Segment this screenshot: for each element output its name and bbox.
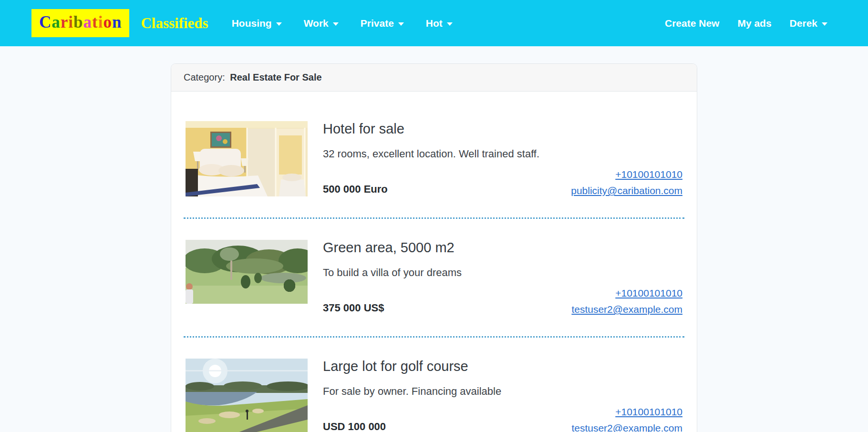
menu-work[interactable]: Work — [293, 14, 350, 33]
golf-course-photo — [186, 359, 308, 432]
chevron-down-icon — [333, 22, 339, 26]
email-link[interactable]: publicity@caribation.com — [571, 185, 682, 196]
listing-description: For sale by owner. Financing available — [323, 385, 682, 398]
listing-item: Green area, 5000 m2 To build a villa of … — [184, 217, 684, 336]
main-menu: Housing Work Private Hot — [221, 14, 464, 33]
listing-title: Large lot for golf course — [323, 359, 682, 374]
category-value: Real Estate For Sale — [230, 72, 321, 82]
phone-link[interactable]: +10100101010 — [615, 288, 682, 299]
listing-item: Hotel for sale 32 rooms, excellent locat… — [184, 92, 684, 217]
my-ads-link[interactable]: My ads — [728, 14, 780, 33]
create-new-link[interactable]: Create New — [656, 14, 728, 33]
menu-hot[interactable]: Hot — [415, 14, 464, 33]
listing-item: Large lot for golf course For sale by ow… — [184, 336, 684, 432]
top-navbar: Caribation Classifieds Housing Work Priv… — [0, 0, 868, 46]
listing-price: 375 000 US$ — [323, 302, 384, 315]
user-dropdown[interactable]: Derek — [781, 14, 837, 33]
phone-link[interactable]: +10100101010 — [615, 169, 682, 180]
menu-housing[interactable]: Housing — [221, 14, 293, 33]
logo-classifieds: Classifieds — [141, 15, 208, 32]
listings-container: Hotel for sale 32 rooms, excellent locat… — [171, 92, 697, 432]
category-label: Category: — [184, 72, 225, 82]
category-card: Category: Real Estate For Sale — [171, 63, 697, 432]
user-name: Derek — [790, 18, 817, 29]
listing-price: 500 000 Euro — [323, 183, 388, 196]
user-menu: Create New My ads Derek — [656, 14, 837, 33]
listing-title: Hotel for sale — [323, 121, 682, 137]
menu-private[interactable]: Private — [350, 14, 415, 33]
listing-description: To build a villa of your dreams — [323, 267, 682, 279]
brand-link[interactable]: Caribation Classifieds — [31, 9, 208, 37]
email-link[interactable]: testuser2@example.com — [571, 422, 682, 432]
chevron-down-icon — [276, 22, 282, 26]
chevron-down-icon — [822, 22, 827, 26]
phone-link[interactable]: +10100101010 — [615, 406, 682, 418]
logo-caribation: Caribation — [31, 9, 129, 37]
listing-description: 32 rooms, excellent location. Well train… — [323, 148, 682, 160]
category-header: Category: Real Estate For Sale — [171, 64, 697, 92]
green-area-photo — [186, 240, 308, 315]
listing-title: Green area, 5000 m2 — [323, 240, 682, 256]
listing-price: USD 100 000 — [323, 421, 386, 432]
hotel-bedroom-photo — [186, 121, 308, 196]
chevron-down-icon — [398, 22, 404, 26]
email-link[interactable]: testuser2@example.com — [571, 304, 682, 315]
chevron-down-icon — [447, 22, 453, 26]
